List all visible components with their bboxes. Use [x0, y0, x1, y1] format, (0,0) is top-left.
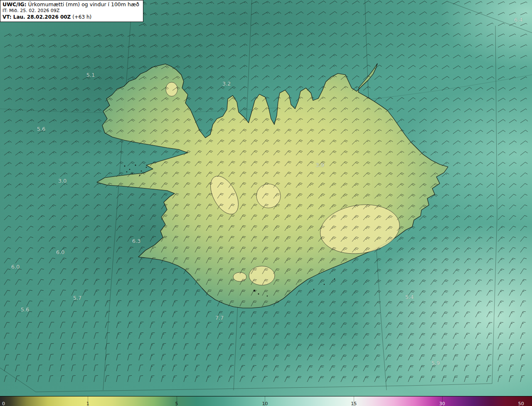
- glacier-myrdalsjokull: [249, 266, 275, 285]
- init-time: IT: Mið. 25. 02. 2026 09Z: [2, 8, 139, 14]
- valid-line: VT: Lau. 28.02.2026 00Z (+63 h): [2, 14, 139, 21]
- map-canvas: [0, 0, 532, 406]
- weather-map: 6.45.13.25.63.93.06.36.06.05.45.75.67.75…: [0, 0, 532, 406]
- valid-time: VT: Lau. 28.02.2026 00Z: [2, 14, 71, 20]
- valid-offset: (+63 h): [71, 14, 91, 20]
- colorbar-tick-label: 30: [439, 401, 445, 406]
- colorbar-tick-label: 10: [262, 401, 268, 406]
- product-title: Úrkomumætti (mm) og vindur í 100m hæð: [27, 1, 139, 7]
- colorbar-tick-label: 0: [2, 401, 5, 406]
- colorbar-tick-label: 15: [351, 401, 357, 406]
- colorbar-ticks: 01510153050: [0, 396, 532, 406]
- product-line: UWC/IG: Úrkomumætti (mm) og vindur í 100…: [2, 1, 139, 8]
- product-code: UWC/IG:: [2, 1, 27, 7]
- colorbar-legend: 01510153050: [0, 396, 532, 406]
- title-box: UWC/IG: Úrkomumætti (mm) og vindur í 100…: [0, 0, 143, 22]
- colorbar-tick-label: 5: [175, 401, 178, 406]
- colorbar-tick-label: 1: [86, 401, 89, 406]
- colorbar-tick-label: 50: [518, 401, 524, 406]
